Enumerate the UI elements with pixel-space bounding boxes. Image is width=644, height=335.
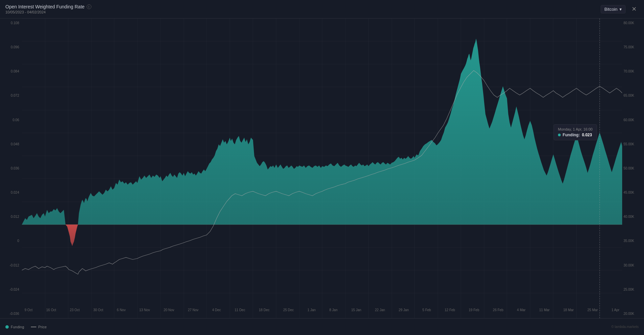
y-right-label-2: 70.00K — [624, 69, 641, 73]
close-button[interactable]: ✕ — [630, 5, 639, 13]
y-right-label-10: 30.00K — [624, 264, 641, 267]
y-left-label-1: 0.096 — [3, 45, 19, 49]
y-left-label-2: 0.084 — [3, 69, 19, 73]
y-left-label-9: 0 — [3, 239, 19, 243]
chart-area: 0.108 0.096 0.084 0.072 0.06 0.048 0.036… — [0, 18, 644, 318]
y-right-label-8: 40.00K — [624, 215, 641, 219]
y-right-label-4: 60.00K — [624, 118, 641, 122]
x-label-3: 30 Oct — [93, 308, 103, 312]
x-label-19: 19 Feb — [469, 308, 479, 312]
x-label-17: 5 Feb — [422, 308, 431, 312]
chart-title: Open Interest Weighted Funding Rate i — [5, 4, 91, 9]
legend-price: Price — [31, 325, 47, 329]
y-left-label-11: -0.024 — [3, 288, 19, 291]
x-label-4: 6 Nov — [117, 308, 126, 312]
x-label-14: 15 Jan — [351, 308, 361, 312]
legend-price-line — [31, 327, 36, 327]
x-label-1: 16 Oct — [46, 308, 56, 312]
y-left-label-6: 0.036 — [3, 166, 19, 170]
controls: Bitcoin ▾ ✕ — [601, 5, 639, 13]
y-right-label-5: 55.00K — [624, 142, 641, 146]
x-label-8: 4 Dec — [212, 308, 221, 312]
legend: Funding Price — [5, 325, 47, 329]
chart-title-text: Open Interest Weighted Funding Rate — [5, 4, 85, 9]
y-left-label-0: 0.108 — [3, 21, 19, 25]
y-right-label-11: 25.00K — [624, 288, 641, 291]
x-label-11: 25 Dec — [283, 308, 294, 312]
x-label-0: 9 Oct — [25, 308, 33, 312]
y-left-label-7: 0.024 — [3, 191, 19, 194]
y-right-label-9: 35.00K — [624, 239, 641, 243]
y-right-label-1: 75.00K — [624, 45, 641, 49]
x-label-23: 18 Mar — [563, 308, 574, 312]
x-label-10: 18 Dec — [259, 308, 270, 312]
x-label-20: 26 Feb — [493, 308, 503, 312]
y-right-label-12: 20.00K — [624, 312, 641, 316]
chevron-down-icon: ▾ — [619, 7, 622, 12]
x-label-24: 25 Mar — [588, 308, 598, 312]
asset-label: Bitcoin — [604, 7, 617, 12]
asset-selector[interactable]: Bitcoin ▾ — [601, 5, 626, 13]
x-label-25: 1 Apr — [611, 308, 619, 312]
legend-funding: Funding — [5, 325, 24, 329]
y-right-label-0: 80.00K — [624, 21, 641, 25]
x-label-13: 8 Jan — [329, 308, 337, 312]
y-left-label-5: 0.048 — [3, 142, 19, 146]
x-label-22: 11 Mar — [539, 308, 550, 312]
y-axis-left: 0.108 0.096 0.084 0.072 0.06 0.048 0.036… — [0, 18, 22, 318]
x-label-2: 23 Oct — [70, 308, 80, 312]
legend-price-label: Price — [38, 325, 47, 329]
date-range: 10/05/2023 - 04/02/2024 — [5, 10, 91, 14]
x-axis: 9 Oct 16 Oct 23 Oct 30 Oct 6 Nov 13 Nov … — [22, 301, 622, 318]
y-left-label-10: -0.012 — [3, 264, 19, 267]
x-label-15: 22 Jan — [375, 308, 385, 312]
x-label-21: 4 Mar — [517, 308, 526, 312]
y-left-label-12: -0.036 — [3, 312, 19, 316]
x-label-18: 12 Feb — [445, 308, 455, 312]
x-label-12: 1 Jan — [307, 308, 315, 312]
y-right-label-7: 45.00K — [624, 191, 641, 194]
x-label-16: 29 Jan — [399, 308, 409, 312]
y-axis-right: 80.00K 75.00K 70.00K 65.00K 60.00K 55.00… — [622, 18, 644, 318]
x-label-6: 20 Nov — [164, 308, 174, 312]
y-left-label-4: 0.06 — [3, 118, 19, 122]
bottom-bar: Funding Price © lambda.markets — [0, 318, 644, 335]
legend-funding-label: Funding — [11, 325, 24, 329]
x-label-5: 13 Nov — [139, 308, 150, 312]
watermark: © lambda.markets — [611, 325, 639, 329]
top-bar: Open Interest Weighted Funding Rate i 10… — [0, 0, 644, 18]
chart-container: Open Interest Weighted Funding Rate i 10… — [0, 0, 644, 335]
legend-funding-dot — [5, 325, 9, 329]
y-left-label-3: 0.072 — [3, 94, 19, 97]
y-right-label-6: 50.00K — [624, 166, 641, 170]
y-right-label-3: 65.00K — [624, 94, 641, 97]
y-left-label-8: 0.012 — [3, 215, 19, 219]
x-label-7: 27 Nov — [188, 308, 199, 312]
x-label-9: 11 Dec — [234, 308, 245, 312]
main-chart-svg — [22, 18, 622, 318]
title-group: Open Interest Weighted Funding Rate i 10… — [5, 4, 91, 14]
info-icon[interactable]: i — [87, 4, 91, 9]
